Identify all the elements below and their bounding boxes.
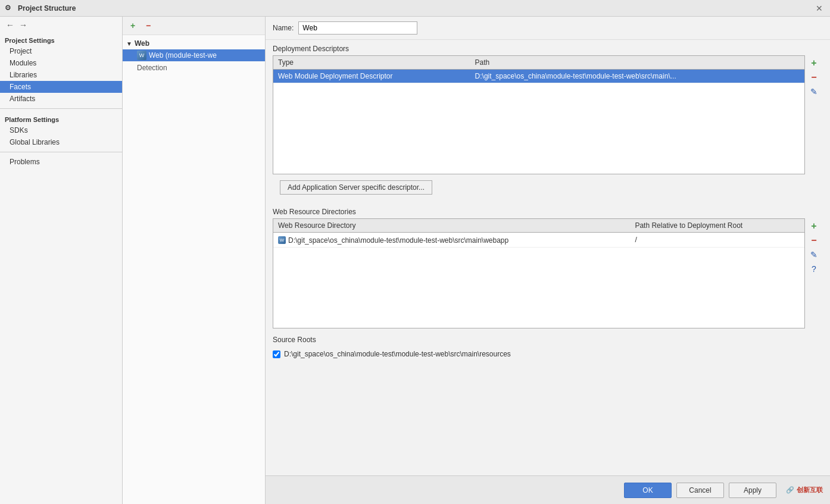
title-bar: ⚙ Project Structure ✕ xyxy=(0,0,830,17)
ok-button[interactable]: OK xyxy=(624,483,672,498)
forward-button[interactable]: → xyxy=(18,19,29,31)
deployment-col-path: Path xyxy=(470,56,804,70)
tree-child-label: Web (module-test-we xyxy=(149,51,217,60)
project-settings-heading: Project Settings xyxy=(0,33,122,45)
branding-icon: 🔗 xyxy=(786,486,794,494)
apply-button[interactable]: Apply xyxy=(729,483,776,498)
sidebar-divider-2 xyxy=(0,152,122,152)
platform-settings-heading: Platform Settings xyxy=(0,112,122,124)
source-root-path: D:\git_space\os_china\module-test\module… xyxy=(284,350,511,358)
deployment-remove-button[interactable]: − xyxy=(807,71,820,84)
name-input[interactable] xyxy=(298,21,417,35)
wr-remove-button[interactable]: − xyxy=(807,234,820,247)
tree-group-web: ▼ Web xyxy=(123,37,265,49)
deployment-row-type: Web Module Deployment Descriptor xyxy=(273,70,470,83)
branding: 🔗 创新互联 xyxy=(786,486,823,494)
source-roots-label: Source Roots xyxy=(266,331,830,346)
sidebar-item-problems[interactable]: Problems xyxy=(0,156,122,168)
deployment-descriptors-label: Deployment Descriptors xyxy=(266,40,830,55)
web-facet-icon: W xyxy=(137,51,146,60)
deployment-table-wrapper: Type Path Web Module Deployment Descript… xyxy=(273,55,805,174)
wr-table-wrapper: Web Resource Directory Path Relative to … xyxy=(273,218,805,328)
content-scroll: Deployment Descriptors Type Path xyxy=(266,40,830,475)
remove-facet-button[interactable]: − xyxy=(142,19,155,32)
deployment-row-path: D:\git_space\os_china\module-test\module… xyxy=(470,70,804,83)
wr-row-icon: W xyxy=(278,236,286,244)
add-descriptor-button[interactable]: Add Application Server specific descript… xyxy=(280,180,432,195)
sidebar-item-project[interactable]: Project xyxy=(0,45,122,57)
deployment-table: Type Path Web Module Deployment Descript… xyxy=(273,56,804,83)
deployment-edit-button[interactable]: ✎ xyxy=(807,85,820,98)
sidebar: ← → Project Settings Project Modules Lib… xyxy=(0,17,123,504)
window-icon: ⚙ xyxy=(5,4,14,13)
facet-toolbar: + − xyxy=(123,17,265,35)
wr-row-directory: W D:\git_space\os_china\module-test\modu… xyxy=(273,233,630,248)
deployment-col-type: Type xyxy=(273,56,470,70)
source-roots-area: D:\git_space\os_china\module-test\module… xyxy=(266,346,830,362)
tree-arrow-icon: ▼ xyxy=(126,40,132,47)
sidebar-item-libraries[interactable]: Libraries xyxy=(0,69,122,81)
facet-tree: ▼ Web W Web (module-test-we Detection xyxy=(123,35,265,504)
cancel-button[interactable]: Cancel xyxy=(676,483,724,498)
wr-table: Web Resource Directory Path Relative to … xyxy=(273,219,804,248)
tree-child-web-module[interactable]: W Web (module-test-we xyxy=(123,49,265,61)
sidebar-item-modules[interactable]: Modules xyxy=(0,57,122,69)
deployment-side-buttons: + − ✎ xyxy=(805,55,823,99)
content-panel: Name: Deployment Descriptors Type Path xyxy=(266,17,830,504)
back-button[interactable]: ← xyxy=(5,19,15,31)
content-inner: Deployment Descriptors Type Path xyxy=(266,40,830,364)
web-resource-directories-label: Web Resource Directories xyxy=(266,203,830,218)
wr-help-button[interactable]: ? xyxy=(807,262,820,276)
wr-row-path: / xyxy=(630,233,804,248)
tree-group-label: Web xyxy=(135,39,149,48)
source-root-checkbox[interactable] xyxy=(273,350,280,358)
name-row: Name: xyxy=(266,17,830,40)
wr-edit-button[interactable]: ✎ xyxy=(807,248,820,261)
facet-panel: + − ▼ Web W Web (module-test-we Detectio… xyxy=(123,17,266,504)
deployment-add-button[interactable]: + xyxy=(807,57,820,70)
detection-row[interactable]: Detection xyxy=(123,61,265,74)
sidebar-item-artifacts[interactable]: Artifacts xyxy=(0,93,122,105)
table-row[interactable]: W D:\git_space\os_china\module-test\modu… xyxy=(273,233,804,248)
wr-side-buttons: + − ✎ ? xyxy=(805,218,823,277)
table-row[interactable]: Web Module Deployment Descriptor D:\git_… xyxy=(273,70,804,83)
wr-col-path: Path Relative to Deployment Root xyxy=(630,219,804,233)
sidebar-item-facets[interactable]: Facets xyxy=(0,81,122,93)
name-label: Name: xyxy=(273,24,294,32)
sidebar-nav: ← → xyxy=(0,17,122,33)
main-content: ← → Project Settings Project Modules Lib… xyxy=(0,17,830,504)
add-facet-button[interactable]: + xyxy=(126,19,139,32)
sidebar-divider xyxy=(0,108,122,109)
sidebar-item-sdks[interactable]: SDKs xyxy=(0,124,122,136)
window-title: Project Structure xyxy=(18,4,76,12)
wr-add-button[interactable]: + xyxy=(807,220,820,233)
branding-text: 创新互联 xyxy=(797,486,823,494)
source-root-item: D:\git_space\os_china\module-test\module… xyxy=(273,350,823,358)
wr-col-directory: Web Resource Directory xyxy=(273,219,630,233)
sidebar-item-global-libraries[interactable]: Global Libraries xyxy=(0,136,122,148)
bottom-bar: OK Cancel Apply 🔗 创新互联 xyxy=(266,475,830,504)
close-button[interactable]: ✕ xyxy=(813,4,825,13)
